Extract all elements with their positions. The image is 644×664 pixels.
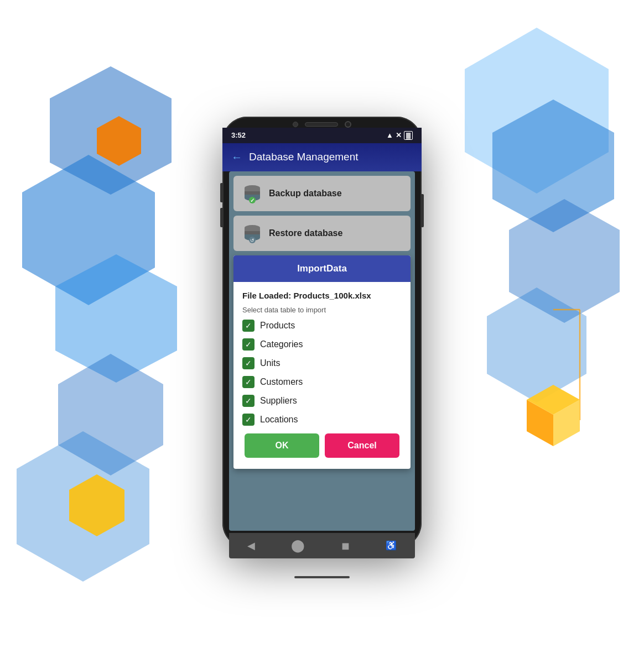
checkbox-categories-label: Categories [260,339,303,349]
checkbox-customers-label: Customers [260,377,303,387]
svg-marker-1 [22,155,155,305]
checkbox-customers-icon: ✓ [242,376,255,388]
power-button [422,194,424,227]
back-nav-icon[interactable]: ◀ [247,540,255,552]
checkbox-customers[interactable]: ✓ Customers [242,376,402,388]
battery-icon: ▓ [404,131,413,140]
restore-label: Restore database [269,228,342,238]
checkbox-categories-icon: ✓ [242,338,255,351]
svg-marker-0 [50,66,172,195]
phone-frame: 3:52 ▲ ✕ ▓ ← Database Management [222,117,422,548]
checkbox-locations-icon: ✓ [242,414,255,426]
status-time: 3:52 [231,131,246,139]
svg-marker-13 [553,400,580,446]
bottom-nav: ◀ ⬤ ◼ ♿ [229,533,415,558]
select-label: Select data table to import [242,306,402,314]
svg-text:✓: ✓ [250,197,255,203]
dialog-buttons: OK Cancel [242,433,402,460]
recents-nav-icon[interactable]: ◼ [341,540,350,552]
svg-text:↺: ↺ [250,238,255,243]
svg-marker-14 [527,400,553,446]
svg-marker-10 [69,474,124,536]
svg-marker-5 [465,28,609,194]
file-loaded-text: File Loaded: Products_100k.xlsx [242,291,402,300]
svg-marker-3 [58,354,163,475]
checkbox-categories[interactable]: ✓ Categories [242,338,402,351]
checkbox-units-icon: ✓ [242,357,255,369]
screen-content: ✓ Backup database ↺ Restore database [229,171,415,531]
ok-button[interactable]: OK [245,433,319,458]
volume-up-button [220,183,222,202]
checkbox-suppliers-icon: ✓ [242,395,255,407]
accessibility-nav-icon[interactable]: ♿ [386,540,397,551]
cancel-button[interactable]: Cancel [325,433,399,458]
checkbox-suppliers[interactable]: ✓ Suppliers [242,395,402,407]
svg-marker-15 [527,385,580,415]
wifi-icon: ▲ [386,131,393,139]
checkbox-products-label: Products [260,321,295,331]
backup-label: Backup database [269,189,342,198]
page-title: Database Management [249,151,359,163]
dialog-title: ImportData [297,263,347,274]
database-restore-icon: ↺ [242,223,262,243]
back-button[interactable]: ← [231,151,242,164]
svg-marker-8 [487,287,586,402]
import-dialog: ImportData File Loaded: Products_100k.xl… [233,255,411,469]
checkbox-locations[interactable]: ✓ Locations [242,414,402,426]
status-icons: ▲ ✕ ▓ [386,131,413,140]
checkbox-locations-label: Locations [260,415,298,425]
restore-database-item[interactable]: ↺ Restore database [233,216,411,251]
svg-marker-4 [17,431,149,582]
front-camera-right [345,121,351,128]
dialog-body: File Loaded: Products_100k.xlsx Select d… [233,282,411,469]
volume-down-button [220,208,222,227]
front-camera-left [293,122,298,127]
phone-device: 3:52 ▲ ✕ ▓ ← Database Management [222,117,422,548]
signal-icon: ✕ [396,131,402,139]
checkbox-units-label: Units [260,358,280,368]
home-nav-icon[interactable]: ⬤ [291,538,305,553]
checkbox-units[interactable]: ✓ Units [242,357,402,369]
database-backup-icon: ✓ [242,184,262,203]
backup-database-item[interactable]: ✓ Backup database [233,176,411,211]
checkbox-suppliers-label: Suppliers [260,396,297,406]
phone-chin [222,561,422,594]
checkbox-products-icon: ✓ [242,320,255,332]
svg-marker-7 [509,199,620,323]
svg-marker-2 [55,254,177,383]
status-bar: 3:52 ▲ ✕ ▓ [222,128,422,143]
notch-area [222,117,422,128]
home-indicator [294,576,350,578]
checkbox-products[interactable]: ✓ Products [242,320,402,332]
earpiece-speaker [305,122,338,127]
app-header: ← Database Management [222,143,422,171]
svg-marker-6 [492,100,614,232]
svg-marker-9 [97,116,141,166]
dialog-header: ImportData [233,255,411,282]
